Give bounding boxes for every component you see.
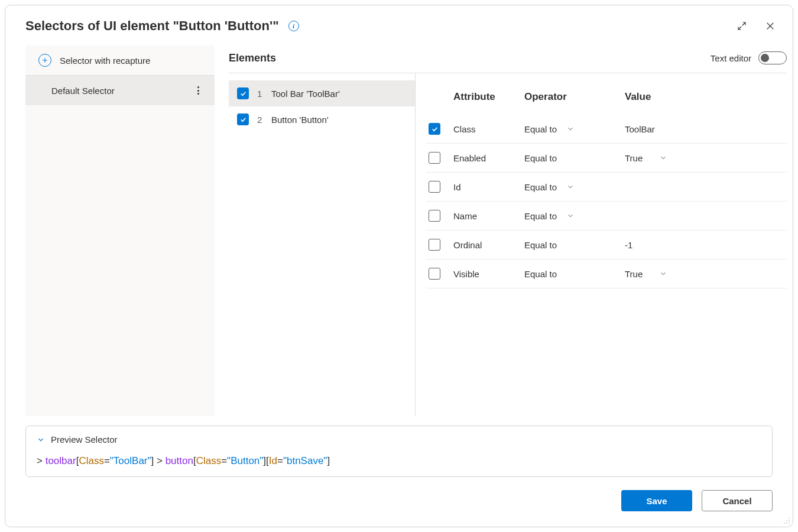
preview-selector-text: > toolbar[Class="ToolBar"] > button[Clas… (37, 455, 761, 467)
selector-row[interactable]: Default Selector (25, 76, 215, 105)
selector-token: "ToolBar" (110, 455, 151, 466)
attribute-row: EnabledEqual toTrue (426, 144, 787, 173)
expand-icon[interactable] (736, 20, 748, 32)
chevron-down-icon (566, 183, 575, 191)
attribute-row: NameEqual to (426, 202, 787, 231)
element-row[interactable]: 1Tool Bar 'ToolBar' (229, 80, 415, 106)
value-cell[interactable]: True (625, 269, 784, 279)
plus-icon (38, 54, 51, 67)
attribute-name: Name (453, 211, 518, 221)
attribute-checkbox[interactable] (429, 268, 440, 280)
close-icon[interactable] (764, 20, 776, 32)
attribute-row: ClassEqual toToolBar (426, 115, 787, 144)
attribute-row: VisibleEqual toTrue (426, 259, 787, 288)
dialog-title: Selectors of UI element "Button 'Button'… (25, 18, 279, 34)
operator-value: Equal to (524, 182, 557, 192)
center-panel: Elements Text editor 1Tool Bar 'ToolBar'… (215, 46, 793, 416)
attribute-value: True (625, 269, 643, 279)
selector-token: button (166, 455, 193, 466)
element-index: 1 (257, 89, 263, 99)
selector-token: ] (327, 455, 330, 466)
element-checkbox[interactable] (237, 113, 249, 125)
resize-grip-icon[interactable] (783, 517, 790, 524)
more-icon[interactable] (195, 84, 202, 97)
element-index: 2 (257, 115, 263, 125)
text-editor-toggle[interactable] (758, 51, 787, 64)
svg-point-1 (786, 520, 787, 521)
element-checkbox[interactable] (237, 87, 249, 99)
operator-cell[interactable]: Equal to (524, 153, 619, 163)
selector-builder-dialog: Selectors of UI element "Button 'Button'… (5, 5, 793, 527)
attributes-panel: Attribute Operator Value ClassEqual toTo… (416, 73, 787, 416)
selector-token: = (277, 455, 283, 466)
selector-token: toolbar (46, 455, 76, 466)
attribute-checkbox[interactable] (429, 181, 440, 193)
svg-point-5 (789, 523, 790, 524)
operator-cell[interactable]: Equal to (524, 269, 619, 279)
toggle-knob (761, 54, 769, 62)
attribute-checkbox[interactable] (429, 123, 440, 135)
preview-toggle[interactable]: Preview Selector (37, 434, 761, 445)
main-area: Selector with recapture Default Selector… (5, 40, 793, 416)
operator-value: Equal to (524, 240, 557, 250)
chevron-down-icon (659, 154, 667, 162)
col-operator: Operator (524, 91, 619, 103)
selector-token: > (37, 455, 46, 466)
dialog-header: Selectors of UI element "Button 'Button'… (5, 5, 793, 40)
save-button[interactable]: Save (621, 490, 692, 511)
selectors-sidebar: Selector with recapture Default Selector (25, 46, 215, 416)
operator-cell[interactable]: Equal to (524, 211, 619, 221)
selector-token: > (154, 455, 165, 466)
chevron-down-icon (566, 212, 575, 220)
attribute-checkbox[interactable] (429, 152, 440, 164)
attributes-header: Attribute Operator Value (426, 83, 787, 115)
attribute-name: Ordinal (453, 240, 518, 250)
operator-value: Equal to (524, 153, 557, 163)
col-value: Value (625, 91, 784, 103)
element-label: Button 'Button' (271, 115, 329, 125)
chevron-down-icon (659, 270, 667, 278)
selector-token: Class (79, 455, 104, 466)
value-cell[interactable]: -1 (625, 240, 784, 250)
preview-selector-box: Preview Selector > toolbar[Class="ToolBa… (25, 426, 773, 477)
selector-token: "btnSave" (283, 455, 327, 466)
selector-token: = (104, 455, 110, 466)
col-attribute: Attribute (453, 91, 518, 103)
text-editor-label: Text editor (711, 53, 751, 63)
element-label: Tool Bar 'ToolBar' (271, 89, 340, 99)
operator-value: Equal to (524, 124, 557, 134)
dialog-footer: Save Cancel (5, 477, 793, 527)
info-icon[interactable]: i (288, 21, 299, 31)
attribute-name: Class (453, 124, 518, 134)
svg-point-3 (784, 523, 785, 524)
operator-value: Equal to (524, 211, 557, 221)
svg-point-4 (786, 523, 787, 524)
attribute-value: -1 (625, 240, 632, 250)
add-selector-with-recapture[interactable]: Selector with recapture (25, 46, 215, 76)
operator-cell[interactable]: Equal to (524, 182, 619, 192)
attribute-value: True (625, 153, 643, 163)
text-editor-toggle-wrap: Text editor (711, 51, 787, 64)
element-row[interactable]: 2Button 'Button' (229, 106, 415, 132)
svg-point-0 (789, 518, 790, 519)
attribute-value: ToolBar (625, 124, 655, 134)
attribute-name: Id (453, 182, 518, 192)
attribute-checkbox[interactable] (429, 239, 440, 251)
operator-cell[interactable]: Equal to (524, 124, 619, 134)
operator-value: Equal to (524, 269, 557, 279)
attribute-checkbox[interactable] (429, 210, 440, 222)
value-cell[interactable]: True (625, 153, 784, 163)
operator-cell[interactable]: Equal to (524, 240, 619, 250)
chevron-down-icon (566, 125, 575, 133)
selector-token: Class (196, 455, 222, 466)
cancel-button[interactable]: Cancel (702, 490, 773, 511)
elements-title: Elements (229, 52, 276, 64)
selector-token: = (221, 455, 227, 466)
add-selector-label: Selector with recapture (60, 56, 150, 66)
svg-point-2 (789, 520, 790, 521)
preview-label: Preview Selector (51, 434, 118, 445)
attribute-name: Enabled (453, 153, 518, 163)
elements-list: 1Tool Bar 'ToolBar'2Button 'Button' (229, 73, 416, 416)
center-header: Elements Text editor (229, 46, 787, 73)
value-cell[interactable]: ToolBar (625, 124, 784, 134)
